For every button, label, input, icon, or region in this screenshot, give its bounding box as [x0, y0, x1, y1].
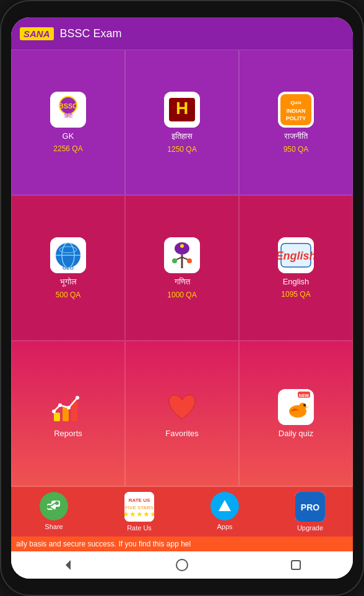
ticker-text: aily basis and secure success. If you fi…	[16, 540, 191, 548]
back-button[interactable]	[59, 556, 77, 574]
english-sublabel: 1095 QA	[281, 290, 310, 299]
share-icon	[40, 492, 68, 520]
geo-label: भूगोल	[60, 277, 77, 287]
svg-marker-59	[66, 560, 71, 570]
svg-text:INDIAN: INDIAN	[287, 108, 306, 114]
svg-text:हिंदी: हिंदी	[64, 113, 73, 119]
svg-text:H: H	[176, 99, 188, 118]
itihas-label: इतिहास	[171, 131, 193, 141]
main-grid: BSSC हिंदी GK 2256 QA H	[11, 50, 353, 486]
svg-text:NEW: NEW	[299, 393, 310, 398]
upgrade-button[interactable]: PRO Upgrade	[267, 492, 353, 532]
geo-sublabel: 500 QA	[56, 291, 81, 299]
svg-point-39	[303, 404, 306, 406]
svg-point-23	[172, 258, 177, 263]
daily-quiz-label: Daily quiz	[279, 429, 313, 438]
app-title: BSSC Exam	[60, 27, 122, 40]
home-button[interactable]	[173, 556, 191, 574]
svg-point-33	[58, 403, 62, 407]
svg-rect-61	[292, 561, 300, 569]
svg-text:English: English	[278, 250, 314, 262]
math-label: गणित	[175, 277, 190, 287]
cell-math[interactable]: गणित 1000 QA	[125, 195, 239, 341]
rajneeti-sublabel: 950 QA	[284, 145, 309, 154]
apps-button[interactable]: Apps	[182, 492, 267, 532]
math-sublabel: 1000 QA	[167, 291, 196, 299]
app-header: SANA BSSC Exam	[11, 17, 353, 50]
grid-row-3: Reports Favorites	[11, 341, 353, 486]
svg-text:PRO: PRO	[301, 502, 319, 512]
rate-us-label: Rate Us	[127, 524, 152, 532]
phone-frame: SANA BSSC Exam BSSC हिंदी GK	[0, 0, 364, 596]
svg-text:GEO: GEO	[63, 265, 74, 271]
cell-favorites[interactable]: Favorites	[125, 341, 239, 486]
cell-reports[interactable]: Reports	[11, 341, 125, 486]
phone-screen: SANA BSSC Exam BSSC हिंदी GK	[11, 17, 353, 579]
recents-button[interactable]	[287, 556, 305, 574]
english-label: English	[283, 277, 310, 286]
cell-itihas[interactable]: H इतिहास 1250 QA	[125, 50, 239, 195]
icon-geo: GEO	[50, 237, 86, 273]
reports-label: Reports	[54, 429, 82, 438]
icon-gk: BSSC हिंदी	[50, 92, 86, 128]
icon-favorites	[164, 389, 200, 425]
cell-rajneeti[interactable]: Quiz INDIAN POLITY राजनीति 950 QA	[239, 50, 353, 195]
svg-text:BSSC: BSSC	[59, 102, 78, 110]
apps-icon	[210, 492, 239, 520]
svg-point-25	[180, 244, 184, 248]
svg-point-38	[299, 403, 306, 410]
svg-point-24	[187, 258, 192, 263]
cell-geo[interactable]: GEO भूगोल 500 QA	[11, 195, 125, 341]
svg-text:★★★★★: ★★★★★	[124, 510, 154, 519]
svg-text:POLITY: POLITY	[286, 115, 306, 121]
svg-point-32	[52, 410, 56, 413]
rate-us-button[interactable]: RATE US FIVE STARS ★★★★★ Rate Us	[97, 492, 182, 532]
cell-gk[interactable]: BSSC हिंदी GK 2256 QA	[11, 50, 125, 195]
cell-daily-quiz[interactable]: NEW Daily quiz	[239, 341, 353, 486]
svg-point-60	[176, 559, 188, 571]
bottom-navigation: Share RATE US FIVE STARS ★★★★★ Rate Us	[11, 486, 353, 537]
share-button[interactable]: Share	[11, 492, 97, 532]
icon-daily-quiz: NEW	[278, 389, 314, 425]
icon-itihas: H	[164, 92, 200, 128]
svg-text:Quiz: Quiz	[290, 100, 301, 105]
upgrade-label: Upgrade	[297, 524, 323, 532]
icon-math	[164, 237, 200, 273]
itihas-sublabel: 1250 QA	[167, 145, 196, 154]
app-logo: SANA	[20, 27, 54, 40]
svg-point-35	[76, 396, 79, 400]
grid-row-2: GEO भूगोल 500 QA	[11, 195, 353, 341]
rajneeti-label: राजनीति	[284, 131, 308, 141]
svg-point-34	[67, 406, 71, 410]
cell-english[interactable]: English English 1095 QA	[239, 195, 353, 341]
ticker-bar: aily basis and secure success. If you fi…	[11, 537, 353, 551]
grid-row-1: BSSC हिंदी GK 2256 QA H	[11, 50, 353, 195]
svg-text:RATE US: RATE US	[129, 497, 150, 503]
system-nav-bar	[11, 551, 353, 579]
favorites-label: Favorites	[165, 429, 198, 438]
icon-english: English	[278, 237, 314, 273]
svg-rect-29	[54, 413, 60, 421]
upgrade-icon: PRO	[295, 492, 325, 522]
gk-sublabel: 2256 QA	[53, 144, 82, 153]
apps-label: Apps	[217, 523, 232, 530]
rate-us-icon: RATE US FIVE STARS ★★★★★	[124, 492, 154, 522]
share-label: Share	[45, 523, 63, 530]
icon-reports	[50, 389, 86, 425]
icon-rajneeti: Quiz INDIAN POLITY	[278, 92, 314, 128]
gk-label: GK	[63, 131, 74, 141]
